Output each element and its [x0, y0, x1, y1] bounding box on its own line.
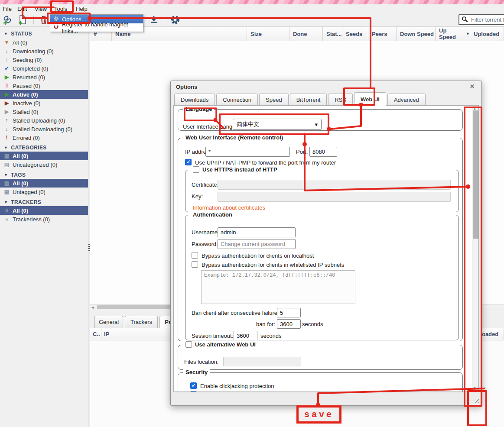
tab-trackers[interactable]: Trackers	[125, 316, 158, 328]
peers-column-country[interactable]: C..	[90, 328, 101, 340]
https-legend-label: Use HTTPS instead of HTTP	[202, 166, 277, 173]
trackers-section-title: TRACKERS	[11, 199, 41, 205]
menu-tools[interactable]: Tools	[52, 5, 69, 13]
qbittorrent-window: File Edit View Tools Help	[0, 0, 504, 427]
sidebar-item-tags-all[interactable]: ▤All (0)	[0, 179, 88, 188]
sidebar-item-paused[interactable]: ‖Paused (0)	[0, 81, 88, 90]
menu-file[interactable]: File	[1, 5, 13, 13]
stalled-uploading-icon: ↑	[4, 117, 10, 123]
tag-icon: ▤	[4, 180, 10, 186]
tab-downloads[interactable]: Downloads	[174, 94, 215, 105]
certificate-input	[218, 180, 451, 190]
search-icon	[462, 16, 468, 24]
filter-torrent-input[interactable]	[470, 16, 504, 23]
set-download-limit-button[interactable]	[149, 15, 159, 26]
menu-help[interactable]: Help	[74, 5, 89, 13]
column-label: Up Speed	[439, 27, 463, 40]
security-legend: Security	[183, 369, 210, 375]
column-header-up-speed[interactable]: Up Speed ▼	[436, 27, 470, 41]
sidebar-item-uncategorized[interactable]: ▤Uncategorized (0)	[0, 160, 88, 169]
splitter-handle[interactable]	[88, 244, 90, 251]
sidebar-item-label: Untagged (0)	[13, 189, 46, 195]
alternative-webui-checkbox[interactable]	[185, 341, 192, 348]
sidebar-item-downloading[interactable]: ↓Downloading (0)	[0, 47, 88, 55]
scroll-up-icon[interactable]: ▴	[474, 106, 476, 110]
column-header-down-speed[interactable]: Down Speed	[397, 27, 436, 41]
scroll-left-arrow-icon[interactable]: ◂	[91, 305, 94, 310]
close-icon[interactable]: ✕	[470, 83, 475, 90]
options-dialog: Options ✕ Downloads Connection Speed Bit…	[170, 81, 482, 406]
password-input[interactable]	[218, 239, 296, 249]
sidebar-item-resumed[interactable]: ▶Resumed (0)	[0, 73, 88, 81]
sidebar-item-trackerless[interactable]: ≡Trackerless (0)	[0, 215, 88, 223]
sidebar-item-errored[interactable]: !Errored (0)	[0, 133, 88, 142]
dialog-scrollbar-thumb[interactable]	[473, 110, 478, 239]
bypass-whitelist-label: Bypass authentication for clients in whi…	[202, 262, 344, 268]
downloading-icon: ↓	[4, 48, 10, 54]
column-header-seeds[interactable]: Seeds	[342, 27, 368, 41]
ip-subnet-whitelist-textarea[interactable]	[201, 270, 355, 304]
https-checkbox[interactable]	[193, 166, 199, 173]
sidebar-item-label: All (0)	[13, 39, 27, 46]
menu-edit[interactable]: Edit	[16, 5, 29, 13]
sidebar-item-seeding[interactable]: ↑Seeding (0)	[0, 55, 88, 64]
column-header-peers[interactable]: Peers	[368, 27, 397, 41]
sidebar-item-label: All (0)	[13, 153, 28, 159]
sidebar-item-all[interactable]: ▼All (0)	[0, 38, 88, 47]
tab-connection[interactable]: Connection	[216, 94, 258, 105]
tab-web-ui[interactable]: Web UI	[354, 92, 386, 106]
sidebar-item-inactive[interactable]: ▶Inactive (0)	[0, 99, 88, 107]
tab-advanced[interactable]: Advanced	[387, 94, 426, 105]
trackers-section-header[interactable]: ▼ TRACKERS	[0, 198, 88, 206]
tab-speed[interactable]: Speed	[259, 94, 289, 105]
options-toolbar-button[interactable]	[170, 15, 180, 26]
certificates-info-link[interactable]: Information about certificates	[193, 204, 265, 211]
sidebar-item-trackers-all[interactable]: ≡All (0)	[0, 206, 88, 215]
tab-bittorrent[interactable]: BitTorrent	[290, 94, 327, 105]
bypass-whitelist-checkbox[interactable]	[192, 261, 198, 268]
ui-language-select[interactable]: 简体中文 ▾	[233, 119, 322, 130]
category-icon: ▤	[4, 162, 10, 168]
sidebar-item-untagged[interactable]: ▤Untagged (0)	[0, 188, 88, 196]
trash-icon	[39, 15, 49, 26]
tags-section-header[interactable]: ▼ TAGS	[0, 171, 88, 179]
username-input[interactable]	[218, 227, 296, 237]
annotation-save-callout: save	[296, 405, 341, 424]
sidebar-item-completed[interactable]: ✔Completed (0)	[0, 64, 88, 73]
ban-for-input[interactable]	[277, 319, 301, 329]
categories-section-header[interactable]: ▼ CATEGORIES	[0, 144, 88, 152]
ban-failures-input[interactable]	[277, 308, 301, 317]
sidebar-item-stalled-uploading[interactable]: ↑Stalled Uploading (0)	[0, 116, 88, 125]
upnp-checkbox[interactable]	[185, 159, 192, 165]
alternative-webui-legend: Use alternative Web UI	[183, 341, 258, 348]
sidebar-item-label: Errored (0)	[13, 135, 40, 141]
add-torrent-file-button[interactable]	[17, 15, 28, 26]
clickjacking-checkbox[interactable]	[190, 382, 197, 389]
column-header-done[interactable]: Done	[289, 27, 323, 41]
add-torrent-link-button[interactable]	[2, 15, 13, 26]
delete-torrent-button[interactable]	[39, 15, 49, 26]
magnet-icon	[53, 24, 59, 31]
sidebar-item-label: Paused (0)	[13, 83, 40, 89]
tracker-icon: ≡	[4, 207, 10, 214]
sidebar-item-label: Stalled (0)	[13, 109, 38, 115]
peers-column-ip[interactable]: IP	[101, 328, 177, 340]
column-header-status[interactable]: Stat...	[323, 27, 342, 41]
scroll-down-icon[interactable]: ▾	[474, 385, 476, 390]
column-header-size[interactable]: Size	[247, 27, 289, 41]
bypass-localhost-checkbox[interactable]	[192, 252, 198, 259]
tab-rss[interactable]: RSS	[328, 94, 353, 105]
tab-general[interactable]: General	[94, 316, 123, 328]
menu-view[interactable]: View	[33, 5, 49, 13]
ip-address-input[interactable]	[205, 147, 290, 157]
sidebar-item-stalled-downloading[interactable]: ↓Stalled Downloading (0)	[0, 125, 88, 133]
sidebar-item-stalled[interactable]: ▶Stalled (0)	[0, 107, 88, 116]
session-timeout-input[interactable]	[234, 331, 257, 340]
language-legend: Language	[183, 106, 214, 112]
column-header-uploaded[interactable]: Uploaded	[470, 27, 504, 41]
sidebar-item-categories-all[interactable]: ▤All (0)	[0, 152, 88, 160]
sidebar-item-active[interactable]: ▶Active (0)	[0, 90, 88, 99]
add-torrent-link-icon	[2, 15, 13, 26]
port-input[interactable]	[309, 147, 337, 157]
menu-item-register-magnet[interactable]: Register to handle magnet links...	[50, 23, 143, 32]
